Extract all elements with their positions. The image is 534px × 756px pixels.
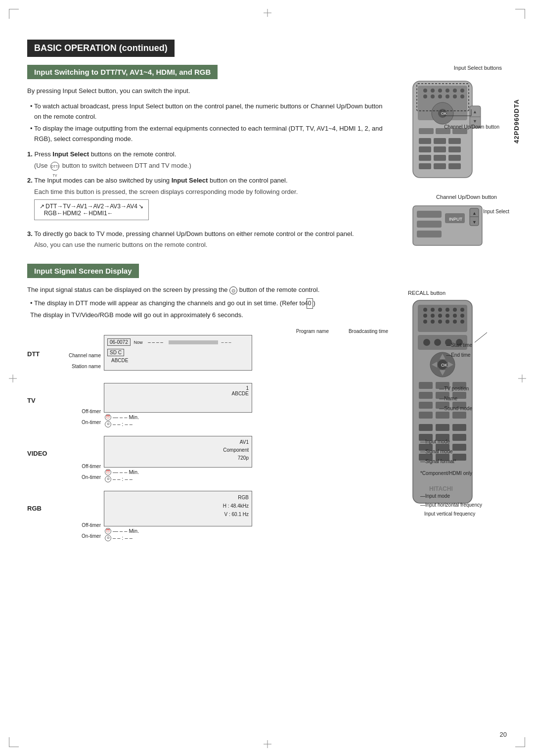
video-diag-box: AV1 Component 720p — [104, 436, 252, 468]
crosshair-top — [264, 9, 270, 16]
flow-row2: RGB←HDMI2 ←HDMI1← — [40, 210, 143, 217]
video-input-mode-label: —Input mode — [420, 437, 472, 447]
main-header: BASIC OPERATION (continued) — [27, 40, 507, 65]
section1-left: Input Switching to DTT/TV, AV1~4, HDMI, … — [27, 65, 388, 252]
svg-rect-32 — [419, 146, 431, 152]
remote-top-wrapper: OK — [398, 79, 497, 184]
section1-bullet2: • To display the image outputting from t… — [27, 124, 388, 144]
now-label: Now — [134, 340, 142, 345]
dtt-dots: – – – – — [148, 339, 163, 345]
rgb-v-freq-label: Input vertical frequency — [424, 510, 482, 519]
rgb-label: RGB — [223, 493, 249, 502]
flow-row1-text: DTT→TV→AV1→AV2→AV3→AV4 — [45, 203, 137, 210]
video-av1: AV1 — [223, 438, 249, 446]
svg-point-12 — [438, 89, 442, 93]
remote-top-svg: OK — [398, 79, 497, 183]
dtt-top-labels: Program name Broadcasting time — [104, 329, 393, 334]
svg-point-62 — [445, 308, 449, 312]
end-time-label: —End time — [446, 350, 472, 360]
svg-point-59 — [423, 308, 427, 312]
video-signal-mode-label: —Signal mode — [420, 447, 472, 457]
svg-rect-52 — [417, 211, 442, 218]
tv-inner-right: 1 ABCDE — [232, 385, 249, 396]
svg-rect-40 — [448, 163, 461, 169]
channel-updown-callout: Channel Up/Down button — [444, 108, 499, 131]
svg-point-11 — [431, 89, 435, 93]
svg-rect-95 — [419, 402, 433, 409]
video-inner-right: AV1 Component 720p — [223, 438, 249, 462]
model-label: 42PD960DTA — [513, 99, 520, 143]
rgb-off-timer-row: ⏰ — – – Min. — [105, 528, 393, 534]
step3: 3. To directly go back to TV mode, press… — [27, 229, 388, 239]
svg-point-18 — [438, 94, 442, 98]
tv-timer-rows: ⏰ — – – Min. ⊙ – – : – – — [105, 414, 393, 427]
rgb-timer-left-labels: Off-timer On-timer — [57, 520, 104, 542]
svg-point-15 — [460, 89, 464, 93]
rgb-input-mode-label: —Input mode — [420, 492, 482, 501]
video-on-timer-label: On-timer — [57, 472, 101, 483]
rgb-on-timer-row: ⊙ – – : – – — [105, 535, 393, 541]
svg-rect-31 — [448, 138, 461, 144]
svg-point-73 — [438, 320, 442, 324]
on-timer-icon: ⊙ — [105, 421, 111, 427]
svg-point-68 — [445, 314, 449, 318]
svg-point-13 — [445, 89, 449, 93]
svg-point-64 — [460, 308, 464, 312]
main-header-title: BASIC OPERATION (continued) — [27, 40, 175, 57]
section1-bullet1: • To watch actual broadcast, press Input… — [27, 101, 388, 122]
video-timer-rows: ⏰ — – – Min. ⊙ – – : – – — [105, 469, 393, 482]
rgb-off-timer-label: Off-timer — [57, 520, 101, 531]
svg-text:INPUT: INPUT — [449, 217, 463, 222]
dtt-lower-row: SD C — [107, 348, 249, 356]
svg-point-72 — [431, 320, 435, 324]
dtt-inner-content: 06-0072 Now – – – – – – – — [107, 338, 249, 346]
flow-row2-text: RGB←HDMI2 ←HDMI1← — [44, 210, 113, 217]
rgb-diagram-center: RGB H : 48.4kHz V : 60.1 Hz ⏰ — – – Min. — [104, 491, 393, 542]
corner-mark-tl — [9, 9, 19, 19]
svg-rect-33 — [434, 146, 446, 152]
remote-bottom-wrapper: Channel Up/Down button ▲ ▼ INPUT — [398, 194, 507, 252]
input-select-label: Input Select buttons — [398, 65, 502, 71]
video-note: *Component/HDMI only — [420, 469, 472, 478]
rgb-h-freq-label: —Input horizontal frequency — [420, 501, 482, 510]
svg-point-78 — [423, 339, 430, 346]
svg-rect-54 — [417, 231, 442, 237]
tv-on-timer-row: ⊙ – – : – – — [105, 421, 393, 427]
svg-point-75 — [453, 320, 457, 324]
video-off-timer-val: — – – Min. — [113, 469, 139, 475]
rgb-on-timer-label: On-timer — [57, 531, 101, 542]
sdc-box: SD C — [107, 349, 124, 356]
video-off-timer-row: ⏰ — – – Min. — [105, 469, 393, 475]
step2: 2. The Input modes can be also switched … — [27, 176, 388, 186]
svg-text:▲: ▲ — [472, 211, 477, 216]
control-panel-svg: ▲ ▼ INPUT — [398, 201, 497, 250]
svg-text:OK: OK — [441, 363, 447, 368]
tv-mode-label: TV — [27, 383, 57, 404]
flow-diagram: ↗ DTT→TV→AV1→AV2→AV3→AV4 ↘ RGB←HDMI2 ←HD… — [34, 199, 149, 220]
svg-point-67 — [438, 314, 442, 318]
recall-label: RECALL button — [408, 290, 507, 296]
crosshair-left — [9, 375, 16, 381]
progress-bar — [169, 339, 220, 345]
svg-rect-30 — [434, 138, 446, 144]
video-on-timer-icon: ⊙ — [105, 476, 111, 482]
dtt-channel-name-label: Channel name — [57, 350, 101, 361]
video-mode-label: VIDEO — [27, 436, 57, 457]
program-name-label: Program name — [296, 329, 329, 334]
rgb-on-timer-icon: ⊙ — [105, 535, 111, 541]
off-timer-icon: ⏰ — [105, 414, 111, 421]
section2-area: Input Signal Screen Display The input si… — [27, 264, 507, 550]
svg-point-19 — [445, 94, 449, 98]
rgb-h-freq: H : 48.4kHz — [223, 502, 249, 510]
tv-off-timer-val: — – – Min. — [113, 414, 139, 420]
svg-point-60 — [431, 308, 435, 312]
svg-rect-92 — [419, 392, 433, 399]
dtt-station-name-label: Station name — [57, 361, 101, 372]
broadcasting-time-label: Broadcasting time — [349, 329, 388, 334]
svg-point-70 — [460, 314, 464, 318]
section1-right: Input Select buttons — [398, 65, 507, 252]
video-right-labels: —Input mode —Signal mode —Signal format*… — [420, 437, 472, 478]
flow-arrow-start: ↗ — [40, 203, 44, 210]
tv-diagram-center: 1 ABCDE ⏰ — – – Min. — [104, 383, 393, 428]
corner-mark-br — [515, 737, 525, 747]
